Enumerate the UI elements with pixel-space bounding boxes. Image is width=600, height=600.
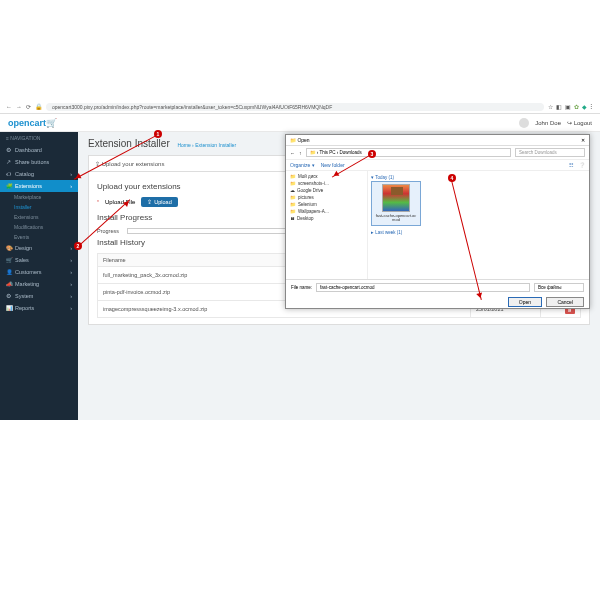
sidebar-sub-marketplace[interactable]: Marketplace (0, 192, 78, 202)
sidebar: ≡ NAVIGATION ⚙Dashboard ↗Share buttons 🏷… (0, 132, 78, 420)
filetype-filter[interactable]: Все файлы (534, 283, 584, 292)
share-icon: ↗ (6, 159, 12, 165)
sidebar-item-reports[interactable]: 📊Reports› (0, 302, 78, 314)
ext-icon[interactable]: ◆ (582, 103, 587, 110)
secure-icon: 🔒 (35, 103, 42, 110)
customers-icon: 👤 (6, 269, 12, 275)
sidebar-item-dashboard[interactable]: ⚙Dashboard (0, 144, 78, 156)
sidebar-sub-installer[interactable]: Installer (0, 202, 78, 212)
sidebar-item-marketing[interactable]: 📣Marketing› (0, 278, 78, 290)
progress-label: Progress (97, 228, 119, 234)
new-folder-button[interactable]: New folder (321, 162, 345, 168)
tree-item[interactable]: 📁 Selenium (288, 201, 365, 208)
url-bar[interactable]: opencart3000.pixy.pro/admin/index.php?ro… (46, 103, 544, 111)
upload-icon: ⇪ (147, 199, 152, 205)
annotation-2: 2 (74, 242, 82, 250)
sidebar-sub-modifications[interactable]: Modifications (0, 222, 78, 232)
forward-icon[interactable]: → (16, 104, 22, 110)
sidebar-sub-extensions[interactable]: Extensions (0, 212, 78, 222)
chevron-right-icon: › (70, 305, 72, 311)
sidebar-item-extensions[interactable]: 🧩Extensions› (0, 180, 78, 192)
open-button[interactable]: Open (508, 297, 542, 307)
chevron-right-icon: › (70, 257, 72, 263)
cancel-button[interactable]: Cancel (546, 297, 584, 307)
filename-label: File name: (291, 285, 312, 290)
filename-input[interactable] (316, 283, 530, 292)
catalog-icon: 🏷 (6, 171, 12, 177)
sidebar-item-customers[interactable]: 👤Customers› (0, 266, 78, 278)
archive-icon (382, 184, 410, 212)
search-input[interactable]: Search Downloads (515, 148, 585, 157)
sidebar-item-catalog[interactable]: 🏷Catalog› (0, 168, 78, 180)
annotation-4: 4 (448, 174, 456, 182)
logout-link[interactable]: ↪ Logout (567, 119, 592, 126)
ext-icon[interactable]: ◧ (556, 103, 562, 110)
sidebar-item-share[interactable]: ↗Share buttons (0, 156, 78, 168)
extensions-icon: 🧩 (6, 183, 12, 189)
tree-item[interactable]: 📁 screenshots-i… (288, 180, 365, 187)
file-label: fast-cache-opencart.ocmod (374, 214, 418, 223)
close-icon[interactable]: ✕ (581, 137, 585, 143)
system-icon: ⚙ (6, 293, 12, 299)
marketing-icon: 📣 (6, 281, 12, 287)
logo: opencart🛒 (8, 118, 57, 128)
folder-tree: 📁 Мой диск 📁 screenshots-i… ☁ Google Dri… (286, 171, 368, 279)
sidebar-sub-events[interactable]: Events (0, 232, 78, 242)
ext-icon[interactable]: ▣ (565, 103, 571, 110)
ext-icon[interactable]: ☆ (548, 103, 553, 110)
dialog-title: 📁 Open (290, 137, 310, 143)
up-icon[interactable]: ↑ (299, 150, 302, 156)
upload-button[interactable]: ⇪Upload (141, 197, 177, 207)
chevron-right-icon: › (70, 269, 72, 275)
ext-icon[interactable]: ⠇ (590, 103, 594, 110)
help-icon[interactable]: ❔ (579, 162, 585, 168)
tree-item[interactable]: 📁 Wallpapers-A… (288, 208, 365, 215)
avatar[interactable] (519, 118, 529, 128)
required-marker: * (97, 199, 99, 205)
reload-icon[interactable]: ⟳ (26, 103, 31, 110)
back-icon[interactable]: ← (6, 104, 12, 110)
sidebar-item-sales[interactable]: 🛒Sales› (0, 254, 78, 266)
tree-item[interactable]: 🖥 Desktop (288, 215, 365, 222)
page-title: Extension Installer (88, 138, 170, 149)
file-item-selected[interactable]: fast-cache-opencart.ocmod (371, 181, 421, 226)
main-content: Extension Installer Home › Extension Ins… (78, 132, 600, 420)
file-list: ▾ Today (1) fast-cache-opencart.ocmod ▸ … (368, 171, 589, 279)
organize-menu[interactable]: Organize ▾ (290, 162, 315, 168)
file-group[interactable]: ▾ Today (1) (371, 175, 586, 180)
chevron-right-icon: › (70, 183, 72, 189)
file-open-dialog: 📁 Open ✕ ← ↑ 📁 › This PC › Downloads Sea… (285, 134, 590, 309)
sidebar-item-system[interactable]: ⚙System› (0, 290, 78, 302)
sales-icon: 🛒 (6, 257, 12, 263)
tree-item[interactable]: 📁 Мой диск (288, 173, 365, 180)
file-group[interactable]: ▸ Last week (1) (371, 230, 586, 235)
browser-extensions: ☆ ◧ ▣ ✿ ◆ ⠇ (548, 103, 594, 110)
ext-icon[interactable]: ✿ (574, 103, 579, 110)
user-name[interactable]: John Doe (535, 120, 561, 126)
sidebar-item-design[interactable]: 🎨Design› (0, 242, 78, 254)
sidebar-header: ≡ NAVIGATION (0, 132, 78, 144)
view-icon[interactable]: ☷ (569, 162, 573, 168)
back-icon[interactable]: ← (290, 150, 295, 156)
annotation-1: 1 (154, 130, 162, 138)
path-bar[interactable]: 📁 › This PC › Downloads (306, 148, 512, 157)
browser-toolbar: ← → ⟳ 🔒 opencart3000.pixy.pro/admin/inde… (0, 100, 600, 114)
dialog-titlebar: 📁 Open ✕ (286, 135, 589, 146)
design-icon: 🎨 (6, 245, 12, 251)
tree-item[interactable]: ☁ Google Drive (288, 187, 365, 194)
breadcrumb[interactable]: Home › Extension Installer (177, 142, 236, 148)
dashboard-icon: ⚙ (6, 147, 12, 153)
annotation-3: 3 (368, 150, 376, 158)
app-header: opencart🛒 John Doe ↪ Logout (0, 114, 600, 132)
chevron-right-icon: › (70, 281, 72, 287)
chevron-right-icon: › (70, 245, 72, 251)
chevron-right-icon: › (70, 293, 72, 299)
reports-icon: 📊 (6, 305, 12, 311)
tree-item[interactable]: 📁 pictures (288, 194, 365, 201)
